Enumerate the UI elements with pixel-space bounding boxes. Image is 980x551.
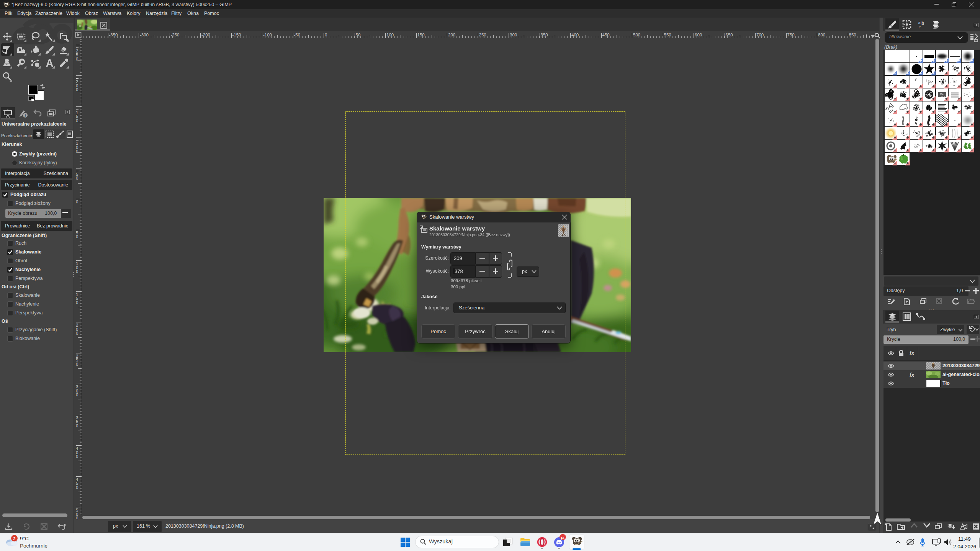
svg-text:b: b — [921, 21, 924, 26]
svg-text:fx: fx — [910, 350, 915, 356]
svg-text:fx: fx — [910, 372, 915, 378]
svg-text:i: i — [25, 113, 26, 118]
svg-text:c: c — [919, 25, 921, 29]
